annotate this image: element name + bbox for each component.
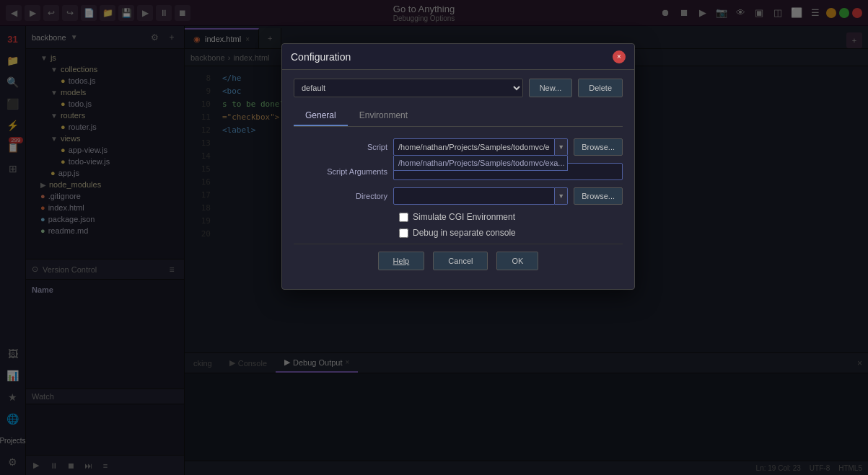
ok-btn[interactable]: OK [496, 252, 538, 270]
directory-input-wrapper: ▼ [393, 187, 568, 205]
debug-separate-label: Debug in separate console [413, 228, 516, 238]
dialog-tabs: General Environment [294, 106, 623, 127]
simulate-cgi-row: Simulate CGI Environment [294, 212, 623, 222]
script-autocomplete: /home/nathan/Projects/Samples/todomvc/ex… [393, 156, 568, 171]
directory-browse-btn[interactable]: Browse... [574, 187, 623, 205]
cancel-btn[interactable]: Cancel [433, 252, 488, 270]
script-label: Script [294, 143, 387, 151]
script-browse-btn[interactable]: Browse... [574, 138, 623, 156]
help-btn[interactable]: Help [378, 252, 425, 270]
config-select-row: default New... Delete [294, 79, 623, 97]
config-dialog: Configuration × default New... Delete Ge… [281, 43, 635, 290]
new-config-btn[interactable]: New... [529, 79, 573, 97]
script-input[interactable] [393, 138, 555, 156]
directory-row: Directory ▼ Browse... [294, 187, 623, 205]
debug-separate-checkbox[interactable] [399, 228, 408, 238]
script-row: Script ▼ /home/nathan/Projects/Samples/t… [294, 138, 623, 156]
debug-separate-row: Debug in separate console [294, 228, 623, 238]
dialog-tab-environment[interactable]: Environment [348, 106, 419, 126]
config-select[interactable]: default [294, 79, 523, 97]
dialog-titlebar: Configuration × [282, 44, 634, 70]
script-input-wrapper: ▼ /home/nathan/Projects/Samples/todomvc/… [393, 138, 568, 156]
dialog-tab-general[interactable]: General [294, 106, 348, 126]
script-args-label: Script Arguments [294, 167, 387, 176]
dialog-body: default New... Delete General Environmen… [282, 70, 634, 289]
script-dropdown-arrow[interactable]: ▼ [555, 138, 568, 156]
simulate-cgi-label: Simulate CGI Environment [413, 212, 515, 222]
directory-dropdown-arrow[interactable]: ▼ [555, 187, 568, 205]
dialog-footer: Help Cancel OK [294, 244, 623, 280]
dialog-title: Configuration [291, 51, 613, 63]
directory-label: Directory [294, 192, 387, 200]
delete-config-btn[interactable]: Delete [578, 79, 623, 97]
simulate-cgi-checkbox[interactable] [399, 213, 408, 222]
dialog-close-btn[interactable]: × [613, 50, 626, 63]
directory-input[interactable] [393, 187, 555, 205]
